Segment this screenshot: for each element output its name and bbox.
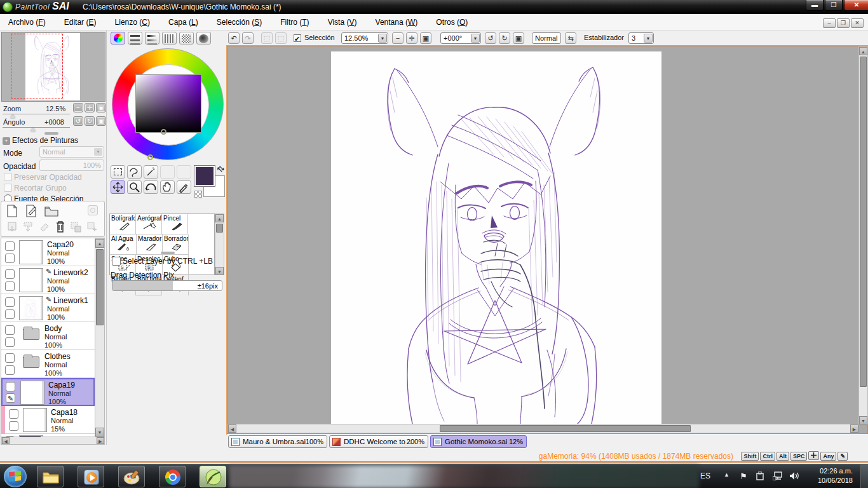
rotate-reset-button[interactable]: ▣ bbox=[513, 32, 524, 44]
layer-list-vscrollbar[interactable]: ▲ ▼ bbox=[95, 238, 105, 437]
zoom-out-button[interactable]: − bbox=[392, 32, 403, 44]
chevron-down-icon[interactable]: ▼ bbox=[471, 34, 480, 43]
clear-layer-icon[interactable] bbox=[38, 221, 51, 234]
nav-rotate-cw-button[interactable]: ↻ bbox=[85, 116, 95, 126]
scrollbar-thumb[interactable] bbox=[440, 425, 691, 432]
scroll-down-arrow[interactable]: ▼ bbox=[859, 416, 867, 424]
nav-angle-slider-handle[interactable] bbox=[31, 128, 36, 132]
doc-tab-mauro-umbra[interactable]: Mauro & Umbra.sai 100% bbox=[228, 435, 327, 448]
transfer-down-icon[interactable] bbox=[6, 221, 18, 234]
preserve-opacity-checkbox[interactable]: Preservar Opacidad bbox=[4, 173, 82, 183]
menu-archivo[interactable]: Archivo (F) bbox=[0, 14, 54, 30]
taskbar-chrome[interactable] bbox=[159, 466, 186, 487]
layer-lock-checkbox[interactable] bbox=[9, 421, 18, 431]
scroll-down-arrow[interactable]: ▼ bbox=[95, 428, 104, 437]
delete-layer-icon[interactable] bbox=[55, 220, 66, 234]
start-button[interactable] bbox=[4, 466, 27, 487]
layer-visibility-checkbox[interactable] bbox=[6, 382, 15, 391]
scroll-down-arrow[interactable]: ▼ bbox=[215, 267, 224, 275]
zoom-in-button[interactable]: ✛ bbox=[406, 32, 417, 44]
taskbar-media-player[interactable] bbox=[78, 466, 104, 487]
chevron-down-icon[interactable]: ▼ bbox=[378, 34, 387, 43]
layer-row-clothes-folder[interactable]: Clothes Normal 100% bbox=[1, 350, 95, 378]
scratchpad-tab[interactable] bbox=[196, 32, 211, 44]
canvas-viewport[interactable]: ▲ ▼ ◀ ▶ bbox=[227, 46, 868, 434]
select-layer-checkbox[interactable]: Select Layer by CTRL +LB bbox=[112, 257, 213, 268]
layer-row-body-folder[interactable]: Body Normal 100% bbox=[1, 322, 95, 350]
maximize-button[interactable]: ❐ bbox=[825, 0, 843, 11]
menu-capa[interactable]: Capa (L) bbox=[160, 14, 207, 30]
panel-divider[interactable] bbox=[161, 252, 175, 254]
layer-lock-checkbox[interactable] bbox=[5, 337, 15, 347]
hsv-slider-tab[interactable] bbox=[145, 32, 159, 44]
layer-lock-checkbox[interactable] bbox=[5, 281, 15, 291]
tool-pincel[interactable]: Pincel bbox=[162, 214, 188, 234]
scrollbar-thumb[interactable] bbox=[860, 57, 867, 387]
rotate-ccw-button[interactable]: ↺ bbox=[485, 32, 496, 44]
new-folder-icon[interactable] bbox=[44, 206, 58, 217]
flip-horizontal-button[interactable]: ⇆ bbox=[565, 32, 576, 44]
rotate-cw-button[interactable]: ↻ bbox=[499, 32, 510, 44]
stabilizer-combo[interactable]: 3 ▼ bbox=[628, 32, 654, 44]
nav-angle-slider[interactable] bbox=[3, 127, 70, 128]
layer-row-capa20[interactable]: Capa20 Normal 100% bbox=[1, 238, 95, 266]
zoom-combo[interactable]: 12.50% ▼ bbox=[341, 32, 388, 44]
navigator-thumbnail[interactable] bbox=[1, 32, 105, 102]
menu-vista[interactable]: Vista (V) bbox=[320, 14, 365, 30]
layer-row-linework2[interactable]: ✎ Linework2 Normal 100% bbox=[1, 266, 95, 294]
layer-visibility-checkbox[interactable] bbox=[5, 325, 15, 335]
nav-rotate-ccw-button[interactable]: ↺ bbox=[73, 116, 83, 126]
angle-combo[interactable]: +000° ▼ bbox=[440, 32, 481, 44]
brush-grid-scrollbar[interactable]: ▲ ▼ bbox=[215, 214, 224, 275]
menu-ventana[interactable]: Ventana (W) bbox=[367, 14, 426, 30]
drag-detection-slider[interactable]: ±16pix bbox=[112, 280, 222, 291]
zoom-reset-button[interactable]: ▣ bbox=[420, 32, 431, 44]
mdi-close-button[interactable]: ✕ bbox=[851, 18, 864, 28]
new-layer-icon[interactable] bbox=[6, 205, 18, 217]
canvas[interactable] bbox=[331, 51, 661, 424]
minimize-button[interactable]: ▬ bbox=[806, 0, 824, 11]
scrollbar-thumb[interactable] bbox=[96, 249, 104, 325]
tool-marcador[interactable]: Marador bbox=[137, 234, 163, 255]
chevron-down-icon[interactable]: ▼ bbox=[644, 34, 653, 43]
show-desktop-button[interactable] bbox=[860, 464, 868, 488]
menu-seleccion[interactable]: Selección (S) bbox=[208, 14, 270, 30]
layer-lock-checkbox[interactable] bbox=[5, 365, 15, 375]
layer-mask-button[interactable] bbox=[88, 205, 98, 215]
volume-icon[interactable] bbox=[789, 471, 799, 480]
canvas-hscrollbar[interactable]: ◀ ▶ bbox=[227, 424, 858, 433]
new-linework-layer-icon[interactable] bbox=[25, 205, 38, 217]
color-wheel-tab[interactable] bbox=[111, 32, 125, 44]
layer-row-capa19-selected[interactable]: ✎ Capa19 Normal 100% bbox=[1, 378, 95, 406]
tray-expand-icon[interactable]: ▲ bbox=[724, 471, 729, 478]
scroll-left-arrow[interactable]: ◀ bbox=[2, 437, 10, 444]
layer-visibility-checkbox[interactable] bbox=[5, 269, 15, 279]
canvas-vscrollbar[interactable]: ▲ ▼ bbox=[858, 46, 868, 424]
action-center-flag-icon[interactable]: ⚑ bbox=[740, 471, 747, 481]
doc-tab-gothic-momoko-active[interactable]: Gothic Momoko.sai 12% bbox=[430, 435, 527, 448]
nav-rotate-reset-button[interactable]: ▣ bbox=[96, 116, 106, 126]
selection-float-button[interactable]: ⬚ bbox=[275, 32, 287, 44]
clip-group-checkbox[interactable]: Recortar Grupo bbox=[4, 184, 67, 194]
nav-zoom-out-button[interactable]: − bbox=[73, 103, 83, 112]
crop-selection-button[interactable]: ⬚ bbox=[261, 32, 273, 44]
layer-visibility-checkbox[interactable] bbox=[5, 353, 15, 363]
scroll-left-arrow[interactable]: ◀ bbox=[228, 424, 236, 433]
panel-divider[interactable] bbox=[44, 132, 58, 135]
taskbar-mspaint[interactable] bbox=[118, 466, 145, 487]
sv-marker[interactable] bbox=[161, 129, 166, 135]
paint-effects-expander[interactable]: + Efectos de Pinturas bbox=[3, 136, 78, 145]
scroll-right-arrow[interactable]: ▶ bbox=[97, 437, 104, 444]
nav-zoom-in-button[interactable]: ✛ bbox=[85, 103, 95, 112]
windows-update-icon[interactable] bbox=[756, 471, 765, 481]
tool-aerografo[interactable]: Aerógraf bbox=[136, 214, 162, 234]
layer-lock-checkbox[interactable] bbox=[5, 309, 15, 319]
tool-al-agua[interactable]: Al Agua bbox=[110, 234, 137, 255]
scroll-right-arrow[interactable]: ▶ bbox=[850, 424, 858, 433]
menu-editar[interactable]: Editar (E) bbox=[56, 14, 105, 30]
redo-button[interactable]: ↷ bbox=[242, 32, 254, 44]
swatches-tab[interactable] bbox=[179, 32, 194, 44]
layer-visibility-checkbox[interactable] bbox=[9, 409, 18, 419]
layer-row-capa18[interactable]: Capa18 Normal 15% bbox=[1, 406, 95, 434]
rgb-slider-tab[interactable] bbox=[128, 32, 142, 44]
